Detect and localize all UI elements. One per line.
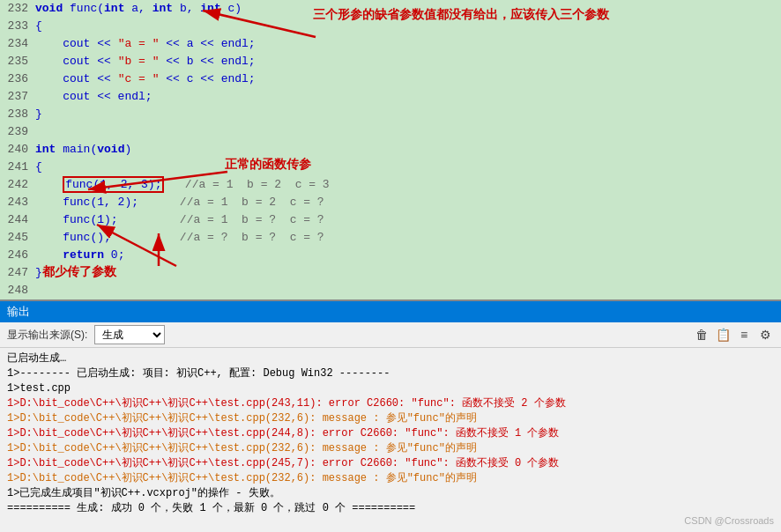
code-line-244: 244 func(1); //a = 1 b = ? c = ? bbox=[0, 211, 781, 229]
output-line-6: 1>D:\bit_code\C++\初识C++\初识C++\test.cpp(2… bbox=[7, 426, 774, 441]
output-line-8: 1>D:\bit_code\C++\初识C++\初识C++\test.cpp(2… bbox=[7, 456, 774, 471]
code-line-237: 237 cout << endl; bbox=[0, 88, 781, 106]
line-content-247: } bbox=[35, 264, 42, 282]
line-num-237: 237 bbox=[0, 88, 35, 106]
line-content-239 bbox=[35, 123, 42, 141]
line-num-241: 241 bbox=[0, 159, 35, 176]
line-content-237: cout << endl; bbox=[35, 88, 152, 106]
output-line-3: 1>test.cpp bbox=[7, 381, 774, 396]
clear-icon[interactable]: 🗑 bbox=[693, 326, 710, 344]
line-content-241: { bbox=[35, 159, 42, 176]
settings-icon[interactable]: ⚙ bbox=[756, 326, 774, 344]
line-num-240: 240 bbox=[0, 141, 35, 159]
line-content-232: void func(int a, int b, int c) bbox=[35, 0, 242, 18]
code-line-238: 238 } bbox=[0, 106, 781, 123]
line-num-246: 246 bbox=[0, 247, 35, 264]
line-num-238: 238 bbox=[0, 106, 35, 123]
code-line-245: 245 func(); //a = ? b = ? c = ? bbox=[0, 229, 781, 247]
source-dropdown[interactable]: 生成 bbox=[94, 325, 165, 344]
line-num-239: 239 bbox=[0, 123, 35, 141]
output-line-9: 1>D:\bit_code\C++\初识C++\初识C++\test.cpp(2… bbox=[7, 471, 774, 486]
line-num-242: 242 bbox=[0, 176, 35, 194]
output-toolbar: 显示输出来源(S): 生成 🗑 📋 ≡ ⚙ bbox=[0, 322, 781, 348]
line-num-234: 234 bbox=[0, 35, 35, 53]
output-line-7: 1>D:\bit_code\C++\初识C++\初识C++\test.cpp(2… bbox=[7, 441, 774, 456]
code-line-246: 246 return 0; bbox=[0, 247, 781, 264]
line-num-236: 236 bbox=[0, 70, 35, 88]
output-line-4: 1>D:\bit_code\C++\初识C++\初识C++\test.cpp(2… bbox=[7, 396, 774, 411]
output-header: 输出 bbox=[0, 301, 781, 322]
copy-icon[interactable]: 📋 bbox=[714, 326, 732, 344]
line-content-248 bbox=[35, 282, 42, 299]
output-line-11: ========== 生成: 成功 0 个，失败 1 个，最新 0 个，跳过 0… bbox=[7, 501, 774, 516]
code-line-239: 239 bbox=[0, 123, 781, 141]
line-content-235: cout << "b = " << b << endl; bbox=[35, 53, 256, 70]
output-line-2: 1>-------- 已启动生成: 项目: 初识C++, 配置: Debug W… bbox=[7, 366, 774, 381]
watermark: CSDN @Crossroads bbox=[684, 514, 774, 528]
line-num-247: 247 bbox=[0, 264, 35, 282]
output-header-label: 输出 bbox=[7, 304, 30, 320]
line-content-240: int main(void) bbox=[35, 141, 131, 159]
code-line-247: 247 } bbox=[0, 264, 781, 282]
code-line-242: 242 func(1, 2, 3); //a = 1 b = 2 c = 3 bbox=[0, 176, 781, 194]
code-line-232: 232 void func(int a, int b, int c) bbox=[0, 0, 781, 18]
wrap-icon[interactable]: ≡ bbox=[735, 326, 753, 344]
line-content-238: } bbox=[35, 106, 42, 123]
line-num-244: 244 bbox=[0, 211, 35, 229]
line-content-243: func(1, 2); //a = 1 b = 2 c = ? bbox=[35, 194, 324, 211]
output-panel: 输出 显示输出来源(S): 生成 🗑 📋 ≡ ⚙ 已启动生成… 1>------… bbox=[0, 299, 781, 532]
line-content-233: { bbox=[35, 18, 42, 35]
line-num-232: 232 bbox=[0, 0, 35, 18]
output-line-1: 已启动生成… bbox=[7, 351, 774, 366]
code-line-241: 241 { bbox=[0, 159, 781, 176]
line-num-235: 235 bbox=[0, 53, 35, 70]
source-label: 显示输出来源(S): bbox=[7, 328, 87, 343]
output-content[interactable]: 已启动生成… 1>-------- 已启动生成: 项目: 初识C++, 配置: … bbox=[0, 348, 781, 532]
code-line-233: 233 { bbox=[0, 18, 781, 35]
line-content-245: func(); //a = ? b = ? c = ? bbox=[35, 229, 324, 247]
code-line-234: 234 cout << "a = " << a << endl; bbox=[0, 35, 781, 53]
output-line-10: 1>已完成生成项目"初识C++.vcxproj"的操作 - 失败。 bbox=[7, 486, 774, 501]
output-line-5: 1>D:\bit_code\C++\初识C++\初识C++\test.cpp(2… bbox=[7, 411, 774, 426]
code-lines: 232 void func(int a, int b, int c) 233 {… bbox=[0, 0, 781, 299]
line-content-244: func(1); //a = 1 b = ? c = ? bbox=[35, 211, 324, 229]
code-line-248: 248 bbox=[0, 282, 781, 299]
line-content-236: cout << "c = " << c << endl; bbox=[35, 70, 256, 88]
line-num-245: 245 bbox=[0, 229, 35, 247]
line-num-233: 233 bbox=[0, 18, 35, 35]
code-editor: 232 void func(int a, int b, int c) 233 {… bbox=[0, 0, 781, 299]
code-line-235: 235 cout << "b = " << b << endl; bbox=[0, 53, 781, 70]
line-num-248: 248 bbox=[0, 282, 35, 299]
code-line-243: 243 func(1, 2); //a = 1 b = 2 c = ? bbox=[0, 194, 781, 211]
line-content-234: cout << "a = " << a << endl; bbox=[35, 35, 256, 53]
line-content-242: func(1, 2, 3); //a = 1 b = 2 c = 3 bbox=[35, 176, 330, 194]
toolbar-icons: 🗑 📋 ≡ ⚙ bbox=[693, 326, 774, 344]
line-num-243: 243 bbox=[0, 194, 35, 211]
line-content-246: return 0; bbox=[35, 247, 124, 264]
code-line-236: 236 cout << "c = " << c << endl; bbox=[0, 70, 781, 88]
code-line-240: 240 int main(void) bbox=[0, 141, 781, 159]
